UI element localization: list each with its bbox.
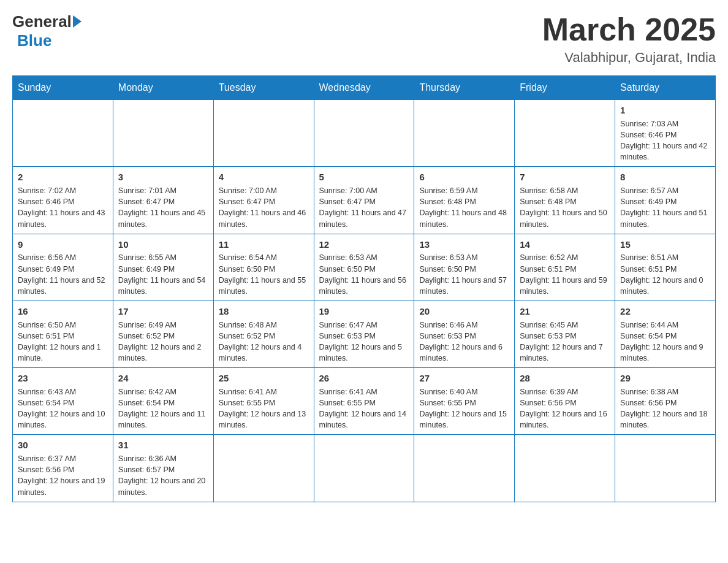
title-section: March 2025 Valabhipur, Gujarat, India xyxy=(542,12,716,66)
calendar-cell: 14Sunrise: 6:52 AMSunset: 6:51 PMDayligh… xyxy=(515,234,615,301)
day-number: 12 xyxy=(319,238,409,251)
day-info: Sunrise: 6:56 AMSunset: 6:49 PMDaylight:… xyxy=(18,252,108,297)
weekday-header-friday: Friday xyxy=(515,76,615,100)
day-number: 20 xyxy=(419,305,509,318)
day-number: 30 xyxy=(18,439,108,452)
day-info: Sunrise: 6:57 AMSunset: 6:49 PMDaylight:… xyxy=(620,185,710,230)
calendar-cell xyxy=(314,435,414,502)
day-info: Sunrise: 6:45 AMSunset: 6:53 PMDaylight:… xyxy=(520,320,610,364)
calendar-cell: 12Sunrise: 6:53 AMSunset: 6:50 PMDayligh… xyxy=(314,234,414,301)
day-number: 13 xyxy=(419,238,509,251)
calendar-cell: 26Sunrise: 6:41 AMSunset: 6:55 PMDayligh… xyxy=(314,368,414,435)
calendar-cell: 28Sunrise: 6:39 AMSunset: 6:56 PMDayligh… xyxy=(515,368,615,435)
logo-triangle-icon xyxy=(73,15,82,28)
calendar-cell: 8Sunrise: 6:57 AMSunset: 6:49 PMDaylight… xyxy=(615,167,716,234)
calendar-cell: 21Sunrise: 6:45 AMSunset: 6:53 PMDayligh… xyxy=(515,301,615,367)
calendar-week-row: 23Sunrise: 6:43 AMSunset: 6:54 PMDayligh… xyxy=(13,368,716,435)
day-number: 2 xyxy=(18,170,108,184)
day-number: 29 xyxy=(620,372,710,385)
day-info: Sunrise: 6:53 AMSunset: 6:50 PMDaylight:… xyxy=(419,252,509,297)
calendar-cell: 30Sunrise: 6:37 AMSunset: 6:56 PMDayligh… xyxy=(13,435,113,502)
logo-text-general: General xyxy=(12,12,72,31)
calendar-cell: 29Sunrise: 6:38 AMSunset: 6:56 PMDayligh… xyxy=(615,368,716,435)
day-info: Sunrise: 6:49 AMSunset: 6:52 PMDaylight:… xyxy=(118,320,208,364)
calendar-cell xyxy=(515,100,615,167)
day-info: Sunrise: 6:55 AMSunset: 6:49 PMDaylight:… xyxy=(118,252,208,297)
day-number: 9 xyxy=(18,238,108,251)
calendar-cell: 24Sunrise: 6:42 AMSunset: 6:54 PMDayligh… xyxy=(113,368,213,435)
day-number: 7 xyxy=(520,170,610,184)
calendar-cell: 31Sunrise: 6:36 AMSunset: 6:57 PMDayligh… xyxy=(113,435,213,502)
day-info: Sunrise: 7:00 AMSunset: 6:47 PMDaylight:… xyxy=(319,185,409,230)
calendar-cell: 15Sunrise: 6:51 AMSunset: 6:51 PMDayligh… xyxy=(615,234,716,301)
day-info: Sunrise: 6:54 AMSunset: 6:50 PMDaylight:… xyxy=(219,252,309,297)
calendar-cell: 4Sunrise: 7:00 AMSunset: 6:47 PMDaylight… xyxy=(213,167,314,234)
day-info: Sunrise: 6:41 AMSunset: 6:55 PMDaylight:… xyxy=(319,386,409,431)
day-number: 23 xyxy=(18,372,108,385)
calendar-cell: 18Sunrise: 6:48 AMSunset: 6:52 PMDayligh… xyxy=(213,301,314,367)
calendar-cell xyxy=(213,435,314,502)
calendar-week-row: 9Sunrise: 6:56 AMSunset: 6:49 PMDaylight… xyxy=(13,234,716,301)
calendar-cell xyxy=(213,100,314,167)
day-info: Sunrise: 6:43 AMSunset: 6:54 PMDaylight:… xyxy=(18,386,108,431)
calendar-cell: 7Sunrise: 6:58 AMSunset: 6:48 PMDaylight… xyxy=(515,167,615,234)
calendar-cell xyxy=(314,100,414,167)
day-info: Sunrise: 6:44 AMSunset: 6:54 PMDaylight:… xyxy=(620,320,710,364)
day-info: Sunrise: 6:58 AMSunset: 6:48 PMDaylight:… xyxy=(520,185,610,230)
calendar-cell: 19Sunrise: 6:47 AMSunset: 6:53 PMDayligh… xyxy=(314,301,414,367)
day-info: Sunrise: 7:00 AMSunset: 6:47 PMDaylight:… xyxy=(219,185,309,230)
calendar-cell: 9Sunrise: 6:56 AMSunset: 6:49 PMDaylight… xyxy=(13,234,113,301)
calendar-cell: 23Sunrise: 6:43 AMSunset: 6:54 PMDayligh… xyxy=(13,368,113,435)
day-info: Sunrise: 6:59 AMSunset: 6:48 PMDaylight:… xyxy=(419,185,509,230)
calendar-cell: 6Sunrise: 6:59 AMSunset: 6:48 PMDaylight… xyxy=(414,167,515,234)
calendar-table: SundayMondayTuesdayWednesdayThursdayFrid… xyxy=(12,75,716,502)
calendar-cell: 13Sunrise: 6:53 AMSunset: 6:50 PMDayligh… xyxy=(414,234,515,301)
day-number: 21 xyxy=(520,305,610,318)
calendar-cell: 27Sunrise: 6:40 AMSunset: 6:55 PMDayligh… xyxy=(414,368,515,435)
weekday-header-monday: Monday xyxy=(113,76,213,100)
calendar-week-row: 2Sunrise: 7:02 AMSunset: 6:46 PMDaylight… xyxy=(13,167,716,234)
month-title: March 2025 xyxy=(542,12,716,47)
day-info: Sunrise: 6:42 AMSunset: 6:54 PMDaylight:… xyxy=(118,386,208,431)
calendar-cell xyxy=(414,435,515,502)
day-number: 28 xyxy=(520,372,610,385)
weekday-header-saturday: Saturday xyxy=(615,76,716,100)
weekday-header-thursday: Thursday xyxy=(414,76,515,100)
day-info: Sunrise: 6:38 AMSunset: 6:56 PMDaylight:… xyxy=(620,386,710,431)
logo-general: General xyxy=(12,12,82,31)
day-info: Sunrise: 6:53 AMSunset: 6:50 PMDaylight:… xyxy=(319,252,409,297)
page-header: General Blue March 2025 Valabhipur, Guja… xyxy=(12,12,716,66)
calendar-week-row: 1Sunrise: 7:03 AMSunset: 6:46 PMDaylight… xyxy=(13,100,716,167)
day-number: 22 xyxy=(620,305,710,318)
day-number: 27 xyxy=(419,372,509,385)
day-info: Sunrise: 7:03 AMSunset: 6:46 PMDaylight:… xyxy=(620,118,710,163)
calendar-cell xyxy=(615,435,716,502)
calendar-cell xyxy=(414,100,515,167)
calendar-cell: 5Sunrise: 7:00 AMSunset: 6:47 PMDaylight… xyxy=(314,167,414,234)
day-number: 17 xyxy=(118,305,208,318)
calendar-cell: 2Sunrise: 7:02 AMSunset: 6:46 PMDaylight… xyxy=(13,167,113,234)
location-title: Valabhipur, Gujarat, India xyxy=(542,50,716,66)
calendar-cell xyxy=(515,435,615,502)
calendar-cell: 1Sunrise: 7:03 AMSunset: 6:46 PMDaylight… xyxy=(615,100,716,167)
weekday-header-row: SundayMondayTuesdayWednesdayThursdayFrid… xyxy=(13,76,716,100)
day-info: Sunrise: 6:39 AMSunset: 6:56 PMDaylight:… xyxy=(520,386,610,431)
day-number: 5 xyxy=(319,170,409,184)
day-number: 4 xyxy=(219,170,309,184)
calendar-week-row: 16Sunrise: 6:50 AMSunset: 6:51 PMDayligh… xyxy=(13,301,716,367)
day-info: Sunrise: 6:52 AMSunset: 6:51 PMDaylight:… xyxy=(520,252,610,297)
logo: General Blue xyxy=(12,12,82,50)
day-info: Sunrise: 6:48 AMSunset: 6:52 PMDaylight:… xyxy=(219,320,309,364)
day-number: 6 xyxy=(419,170,509,184)
calendar-cell: 25Sunrise: 6:41 AMSunset: 6:55 PMDayligh… xyxy=(213,368,314,435)
logo-blue-text: Blue xyxy=(15,31,51,50)
day-info: Sunrise: 6:50 AMSunset: 6:51 PMDaylight:… xyxy=(18,320,108,364)
day-number: 26 xyxy=(319,372,409,385)
calendar-cell: 11Sunrise: 6:54 AMSunset: 6:50 PMDayligh… xyxy=(213,234,314,301)
calendar-cell: 22Sunrise: 6:44 AMSunset: 6:54 PMDayligh… xyxy=(615,301,716,367)
day-info: Sunrise: 6:46 AMSunset: 6:53 PMDaylight:… xyxy=(419,320,509,364)
calendar-cell: 17Sunrise: 6:49 AMSunset: 6:52 PMDayligh… xyxy=(113,301,213,367)
calendar-cell: 10Sunrise: 6:55 AMSunset: 6:49 PMDayligh… xyxy=(113,234,213,301)
day-info: Sunrise: 6:40 AMSunset: 6:55 PMDaylight:… xyxy=(419,386,509,431)
calendar-cell: 20Sunrise: 6:46 AMSunset: 6:53 PMDayligh… xyxy=(414,301,515,367)
